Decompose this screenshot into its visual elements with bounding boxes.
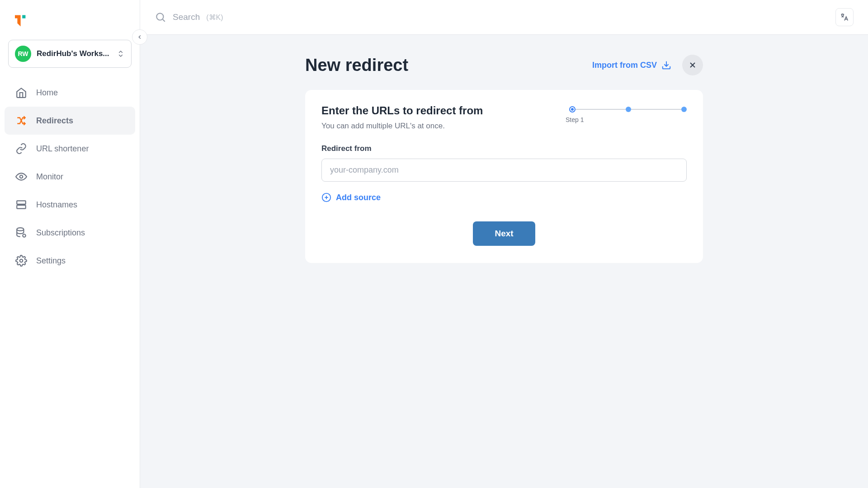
redirect-from-label: Redirect from [321, 144, 687, 153]
sidebar-item-url-shortener[interactable]: URL shortener [5, 135, 135, 163]
eye-icon [15, 171, 27, 183]
svg-rect-1 [17, 201, 26, 204]
chevrons-up-down-icon [117, 50, 125, 58]
topbar: Search (⌘K) [140, 0, 868, 35]
sidebar-item-subscriptions[interactable]: Subscriptions [5, 219, 135, 247]
step-1-dot [569, 106, 576, 113]
sidebar-item-label: Hostnames [36, 200, 77, 210]
database-icon [15, 227, 27, 239]
svg-point-7 [20, 259, 23, 263]
svg-line-9 [163, 19, 165, 22]
sidebar: RW RedirHub's Works... Home [0, 0, 140, 488]
plus-circle-icon [321, 192, 331, 202]
search-label: Search [173, 12, 200, 22]
workspace-avatar: RW [15, 46, 31, 62]
sidebar-item-label: Settings [36, 256, 66, 266]
sidebar-item-home[interactable]: Home [5, 79, 135, 107]
step-2-dot [626, 107, 631, 112]
sidebar-item-label: Subscriptions [36, 228, 85, 238]
sidebar-item-label: Monitor [36, 172, 63, 182]
svg-point-8 [156, 13, 163, 20]
sidebar-item-redirects[interactable]: Redirects [5, 107, 135, 135]
translate-button[interactable] [835, 8, 854, 26]
svg-point-6 [23, 234, 26, 237]
sidebar-item-label: URL shortener [36, 144, 89, 154]
import-csv-label: Import from CSV [592, 61, 657, 70]
card-title: Enter the URLs to redirect from [321, 104, 551, 117]
import-csv-button[interactable]: Import from CSV [592, 60, 671, 70]
translate-icon [840, 12, 849, 22]
sidebar-item-label: Home [36, 88, 58, 98]
sidebar-item-label: Redirects [36, 116, 73, 126]
search-shortcut: (⌘K) [206, 13, 223, 22]
page-title: New redirect [305, 56, 408, 75]
content: New redirect Import from CSV [140, 35, 868, 488]
step-label: Step 1 [566, 116, 584, 123]
sidebar-item-settings[interactable]: Settings [5, 247, 135, 275]
close-button[interactable] [682, 55, 703, 75]
svg-rect-2 [17, 205, 26, 209]
home-icon [15, 87, 27, 99]
sidebar-collapse-button[interactable] [132, 29, 147, 45]
page-header: New redirect Import from CSV [305, 55, 703, 75]
add-source-button[interactable]: Add source [321, 192, 687, 202]
shuffle-icon [15, 115, 27, 127]
download-icon [661, 60, 671, 70]
sidebar-item-hostnames[interactable]: Hostnames [5, 191, 135, 219]
search-icon [155, 11, 166, 23]
gear-icon [15, 255, 27, 267]
workspace-name: RedirHub's Works... [37, 49, 111, 58]
app-logo [0, 7, 140, 40]
step-line [631, 109, 681, 110]
svg-point-0 [20, 175, 23, 178]
step-3-dot [681, 107, 687, 112]
server-icon [15, 199, 27, 211]
sidebar-nav: Home Redirects [0, 79, 140, 275]
card-subtitle: You can add multiple URL's at once. [321, 122, 551, 131]
main: Search (⌘K) New redirect [140, 0, 868, 488]
redirect-form-card: Enter the URLs to redirect from You can … [305, 90, 703, 263]
redirect-from-input[interactable] [321, 159, 687, 182]
workspace-selector[interactable]: RW RedirHub's Works... [8, 40, 132, 68]
step-line [576, 109, 626, 110]
stepper: Step 1 [569, 104, 687, 123]
link-icon [15, 143, 27, 155]
next-button[interactable]: Next [473, 221, 535, 246]
close-icon [688, 61, 697, 70]
sidebar-item-monitor[interactable]: Monitor [5, 163, 135, 191]
svg-point-5 [17, 228, 24, 231]
search-input[interactable]: Search (⌘K) [155, 11, 827, 23]
add-source-label: Add source [336, 193, 381, 202]
